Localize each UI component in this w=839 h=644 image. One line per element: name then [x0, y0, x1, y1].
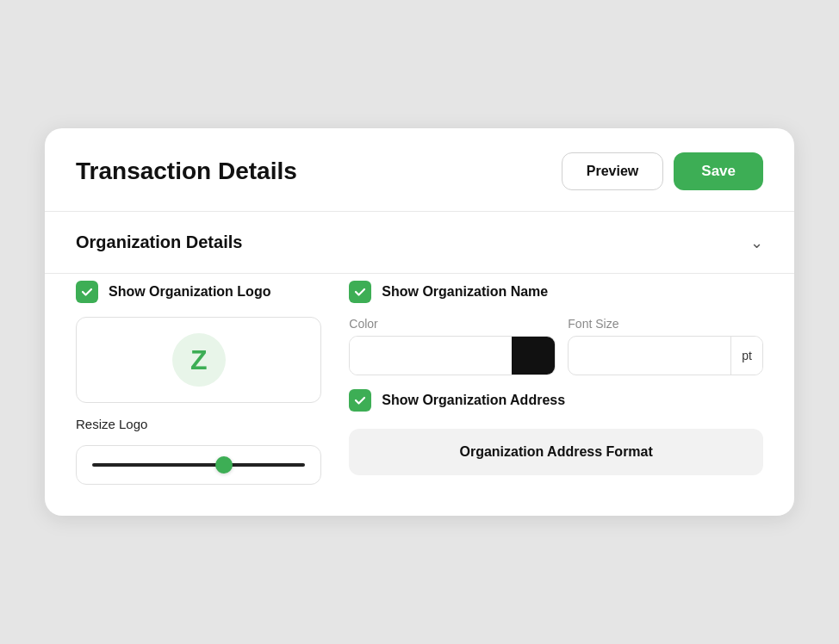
color-text-input[interactable] [350, 337, 512, 375]
slider-thumb[interactable] [215, 456, 233, 474]
show-address-row: Show Organization Address [349, 389, 763, 412]
logo-letter: Z [190, 344, 208, 376]
font-size-input[interactable] [569, 350, 730, 362]
show-name-label: Show Organization Name [382, 284, 548, 300]
color-swatch[interactable] [512, 337, 555, 375]
color-group: Color [349, 317, 556, 375]
header: Transaction Details Preview Save [45, 128, 794, 211]
slider-track[interactable] [92, 463, 305, 467]
logo-avatar: Z [172, 333, 226, 387]
font-size-unit: pt [730, 337, 762, 375]
save-button[interactable]: Save [674, 152, 763, 190]
show-logo-checkbox[interactable] [76, 281, 98, 303]
logo-preview-box: Z [76, 317, 321, 403]
page-title: Transaction Details [76, 158, 297, 185]
color-label: Color [349, 317, 556, 331]
show-address-label: Show Organization Address [382, 393, 565, 408]
address-format-button[interactable]: Organization Address Format [349, 429, 763, 475]
chevron-down-icon[interactable]: ⌄ [750, 233, 763, 252]
show-logo-label: Show Organization Logo [109, 284, 270, 300]
show-name-row: Show Organization Name [349, 281, 763, 303]
font-size-group: Font Size pt [568, 317, 763, 375]
color-font-row: Color Font Size pt [349, 317, 763, 375]
show-logo-row: Show Organization Logo [76, 281, 321, 303]
section-header: Organization Details ⌄ [45, 212, 794, 273]
section-title: Organization Details [76, 232, 242, 252]
show-name-checkbox[interactable] [349, 281, 371, 303]
resize-logo-slider-box [76, 445, 321, 485]
font-size-label: Font Size [568, 317, 763, 331]
show-address-checkbox[interactable] [349, 389, 371, 412]
resize-logo-label: Resize Logo [76, 417, 321, 431]
main-card: Transaction Details Preview Save Organiz… [45, 128, 794, 516]
two-column-layout: Show Organization Logo Z Resize Logo [76, 281, 763, 485]
preview-button[interactable]: Preview [562, 152, 663, 190]
color-input-box[interactable] [349, 336, 556, 375]
section-content: Show Organization Logo Z Resize Logo [45, 274, 794, 516]
header-actions: Preview Save [562, 152, 763, 190]
right-column: Show Organization Name Color Font Size [349, 281, 763, 485]
font-size-input-box[interactable]: pt [568, 336, 763, 375]
left-column: Show Organization Logo Z Resize Logo [76, 281, 321, 485]
